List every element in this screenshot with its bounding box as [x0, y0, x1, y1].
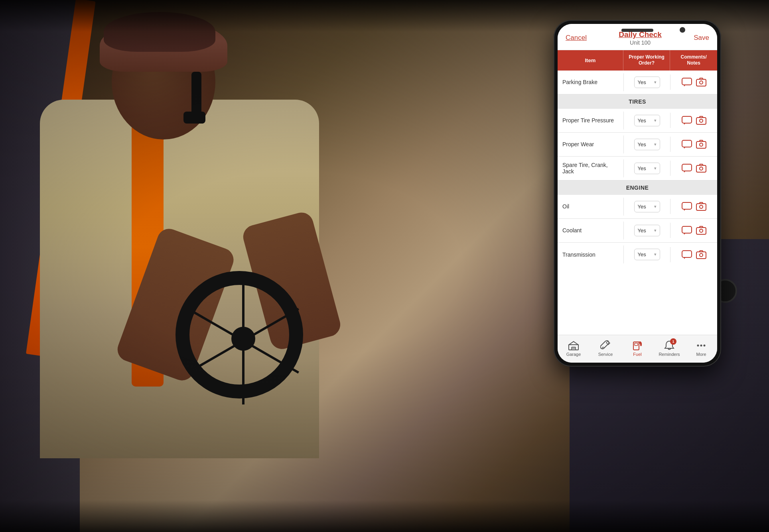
oil-select[interactable]: Yes ▾ [634, 201, 660, 212]
spare-tire-camera-icon[interactable] [696, 164, 706, 173]
item-name-proper-tire-pressure: Proper Tire Pressure [558, 113, 623, 128]
reminders-label: Reminders [659, 352, 680, 357]
oil-actions [670, 199, 717, 214]
parking-brake-comment-icon[interactable] [682, 78, 692, 86]
svg-rect-26 [696, 252, 706, 259]
section-header-tires: TIRES [558, 94, 717, 109]
svg-rect-2 [696, 79, 706, 86]
garage-label: Garage [566, 352, 581, 357]
reminders-badge: 1 [670, 338, 676, 345]
nav-item-service[interactable]: Service [594, 340, 617, 357]
spare-tire-select-cell: Yes ▾ [623, 159, 670, 177]
proper-wear-comment-icon[interactable] [682, 140, 692, 149]
spare-tire-comment-icon[interactable] [682, 164, 692, 173]
bottom-nav: Garage Service [558, 335, 717, 363]
svg-rect-10 [696, 141, 706, 148]
item-name-coolant: Coolant [558, 223, 623, 238]
nav-item-more[interactable]: More [689, 340, 713, 357]
svg-rect-16 [682, 202, 692, 209]
spare-tire-select[interactable]: Yes ▾ [634, 163, 660, 174]
table-row: Transmission Yes ▾ [558, 243, 717, 267]
transmission-select[interactable]: Yes ▾ [634, 249, 660, 260]
svg-rect-0 [682, 78, 692, 85]
nav-item-garage[interactable]: Garage [562, 340, 586, 357]
app-header: Cancel Daily Check Unit 100 Save [558, 24, 717, 50]
svg-rect-8 [682, 140, 692, 147]
proper-wear-select[interactable]: Yes ▾ [634, 139, 660, 150]
svg-marker-25 [684, 257, 686, 259]
transmission-camera-icon[interactable] [696, 250, 706, 259]
svg-rect-22 [696, 228, 706, 234]
svg-rect-20 [682, 226, 692, 233]
table-scroll-area: Parking Brake Yes ▾ [558, 71, 717, 335]
wrench-icon [600, 340, 611, 351]
transmission-comment-icon[interactable] [682, 250, 692, 259]
proper-tire-pressure-select[interactable]: Yes ▾ [634, 115, 660, 126]
proper-wear-actions [670, 137, 717, 152]
table-row: Spare Tire, Crank, Jack Yes ▾ [558, 157, 717, 181]
svg-point-11 [700, 143, 703, 146]
svg-point-38 [704, 344, 706, 346]
svg-rect-18 [696, 204, 706, 210]
garage-icon [568, 340, 579, 351]
svg-point-7 [700, 119, 703, 122]
more-label: More [696, 352, 706, 357]
table-header: Item Proper Working Order? Comments/ Not… [558, 50, 717, 71]
save-button[interactable]: Save [694, 34, 709, 42]
app-subtitle: Unit 100 [619, 39, 662, 46]
phone-speaker [621, 29, 653, 32]
proper-tire-pressure-camera-icon[interactable] [696, 116, 706, 125]
svg-point-15 [700, 167, 703, 170]
service-label: Service [598, 352, 613, 357]
svg-point-37 [700, 344, 702, 346]
coolant-comment-icon[interactable] [682, 226, 692, 235]
nav-item-reminders[interactable]: 1 Reminders [657, 340, 681, 357]
fuel-label: Fuel [633, 352, 641, 357]
item-name-parking-brake: Parking Brake [558, 75, 623, 89]
transmission-actions [670, 247, 717, 262]
fuel-icon [632, 340, 643, 351]
svg-point-32 [602, 347, 604, 349]
svg-marker-17 [684, 209, 686, 211]
coolant-actions [670, 223, 717, 238]
col-header-working-order: Proper Working Order? [623, 50, 670, 71]
proper-wear-camera-icon[interactable] [696, 140, 706, 149]
nav-item-fuel[interactable]: Fuel [625, 340, 649, 357]
col-header-comments: Comments/ Notes [670, 50, 717, 71]
phone-camera [680, 27, 685, 33]
table-row: Coolant Yes ▾ [558, 219, 717, 243]
svg-rect-34 [635, 343, 638, 346]
cancel-button[interactable]: Cancel [566, 34, 587, 42]
table-row: Proper Wear Yes ▾ [558, 133, 717, 157]
parking-brake-camera-icon[interactable] [696, 78, 706, 86]
table-row: Proper Tire Pressure Yes ▾ [558, 109, 717, 133]
proper-tire-pressure-actions [670, 113, 717, 128]
phone-device: Cancel Daily Check Unit 100 Save Item Pr… [554, 20, 721, 367]
coolant-select[interactable]: Yes ▾ [634, 225, 660, 236]
item-name-proper-wear: Proper Wear [558, 137, 623, 151]
svg-rect-24 [682, 251, 692, 257]
svg-marker-21 [684, 233, 686, 235]
svg-point-23 [700, 229, 703, 232]
more-icon [696, 340, 707, 351]
item-name-oil: Oil [558, 199, 623, 214]
section-header-engine: ENGINE [558, 181, 717, 195]
parking-brake-actions [670, 75, 717, 90]
parking-brake-select[interactable]: Yes ▾ [634, 77, 660, 88]
svg-rect-6 [696, 118, 706, 124]
proper-tire-pressure-comment-icon[interactable] [682, 116, 692, 125]
coolant-camera-icon[interactable] [696, 226, 706, 235]
item-name-transmission: Transmission [558, 247, 623, 262]
svg-rect-12 [682, 164, 692, 171]
table-row: Parking Brake Yes ▾ [558, 71, 717, 94]
oil-comment-icon[interactable] [682, 202, 692, 211]
oil-camera-icon[interactable] [696, 202, 706, 211]
spare-tire-actions [670, 161, 717, 176]
svg-rect-4 [682, 116, 692, 123]
svg-point-36 [697, 344, 699, 346]
proper-wear-select-cell: Yes ▾ [623, 135, 670, 153]
item-name-spare-tire: Spare Tire, Crank, Jack [558, 158, 623, 179]
transmission-select-cell: Yes ▾ [623, 245, 670, 263]
phone-screen: Cancel Daily Check Unit 100 Save Item Pr… [558, 24, 717, 363]
app-content: Cancel Daily Check Unit 100 Save Item Pr… [558, 24, 717, 363]
